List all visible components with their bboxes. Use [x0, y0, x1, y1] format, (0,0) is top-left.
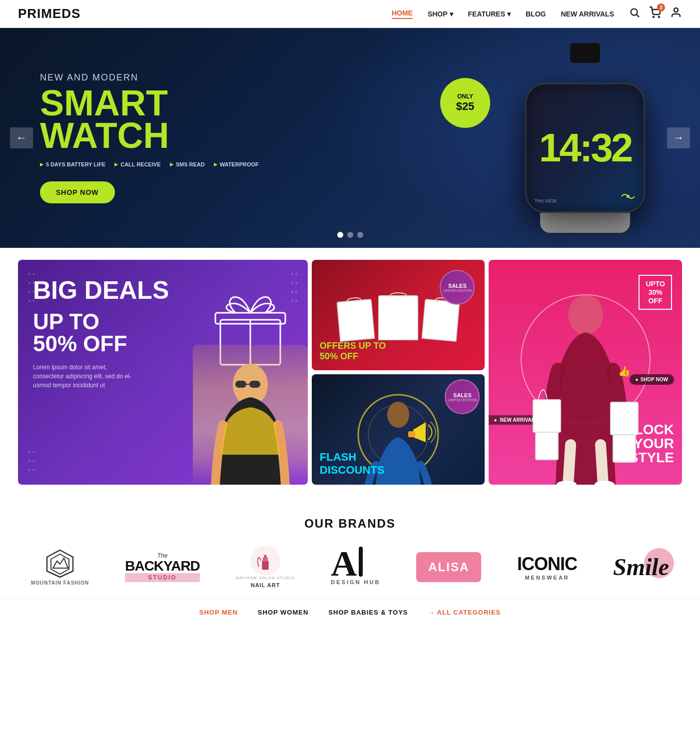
brand-backyard-studio[interactable]: The BACKYARD STUDIO [125, 552, 200, 582]
promo-offers-text: OFFERS UP TO50% OFF [320, 341, 386, 362]
brand-mountain-fashion[interactable]: MOUNTAIN FASHION [31, 548, 89, 586]
nav-shop-men[interactable]: SHOP MEN [199, 609, 238, 616]
svg-point-0 [631, 9, 638, 15]
hero-next-button[interactable]: → [667, 127, 690, 148]
hero-dot-2[interactable] [347, 232, 353, 238]
sales-badge-text-2: SALES [453, 392, 472, 398]
header: PRIMEDS HOME SHOP ▾ FEATURES ▾ BLOG NEW … [0, 0, 700, 28]
watch-time: 14:32 [539, 125, 632, 171]
hero-feature-1: 5 DAYS BATTERY LIFE [40, 161, 105, 167]
brand-alisa[interactable]: ALISA [416, 552, 481, 582]
promo-sales-card[interactable]: SALES LIMITED EDITION OFFERS UP TO50% OF… [312, 260, 485, 370]
hero-prev-button[interactable]: ← [10, 127, 33, 148]
hero-content: NEW AND MODERN SMART WATCH 5 DAYS BATTER… [40, 72, 280, 204]
nav-icons: 3 [629, 6, 682, 21]
brand-mountain-name: MOUNTAIN FASHION [31, 580, 89, 586]
svg-point-3 [659, 16, 660, 17]
brand-iconic-menswear[interactable]: Iconic MENSWEAR [517, 554, 577, 581]
svg-rect-23 [613, 435, 636, 462]
brand-smile-logo: Smile [613, 553, 669, 581]
hero-feature-2: CALL RECEIVE [114, 161, 160, 167]
brand-nailart-name: NAIL ART [236, 582, 295, 588]
svg-rect-16 [408, 431, 415, 437]
hero-price-amount: $25 [456, 100, 475, 113]
hero-feature-4: WATERPROOF [214, 161, 259, 167]
sales-badge-sub-2: LIMITED EDITION [448, 398, 477, 402]
brand-alisa-logo: ALISA [416, 552, 481, 582]
brand-alisa-name: ALISA [428, 560, 469, 574]
nav-blog[interactable]: BLOG [526, 10, 546, 18]
hero-dot-3[interactable] [357, 232, 363, 238]
cart-button[interactable]: 3 [649, 6, 661, 21]
logo[interactable]: PRIMEDS [18, 6, 80, 21]
svg-rect-10 [235, 381, 246, 388]
main-nav: HOME SHOP ▾ FEATURES ▾ BLOG NEW ARRIVALS [392, 9, 614, 19]
brand-designhub-logo: A DESIGN HUB [331, 549, 380, 585]
promo-flash-text: FLASHDISCOUNTS [320, 451, 385, 477]
svg-rect-29 [264, 555, 267, 558]
nav-home[interactable]: HOME [392, 9, 413, 19]
promo-left-card[interactable]: + ++ ++ ++ + + ++ ++ ++ + BIG DEALS [18, 260, 308, 485]
hero-price-badge: ONLY $25 [440, 78, 490, 128]
svg-rect-11 [249, 381, 260, 388]
sales-badge-1: SALES LIMITED EDITION [440, 270, 475, 305]
svg-rect-22 [611, 402, 638, 435]
brands-section: OUR BRANDS MOUNTAIN FASHION The BACKYARD… [0, 497, 700, 598]
promo-flash-card[interactable]: SALES LIMITED EDITION FLASHDISCOUNTS [312, 374, 485, 485]
nav-shop-babies[interactable]: SHOP BABIES & TOYS [328, 609, 408, 616]
hero-banner: ← NEW AND MODERN SMART WATCH 5 DAYS BATT… [0, 28, 700, 248]
svg-text:👍: 👍 [618, 365, 631, 377]
svg-point-17 [568, 295, 603, 335]
hero-shop-now-button[interactable]: SHOP NOW [40, 181, 115, 203]
hero-dot-1[interactable] [337, 232, 343, 238]
svg-line-1 [637, 14, 639, 17]
sales-badge-2: SALES LIMITED EDITION [445, 379, 480, 414]
bottom-nav: SHOP MEN SHOP WOMEN SHOP BABIES & TOYS →… [0, 598, 700, 626]
nav-new-arrivals[interactable]: NEW ARRIVALS [561, 10, 614, 18]
sales-badge-sub-1: LIMITED EDITION [443, 289, 472, 292]
hero-price-only: ONLY [457, 93, 473, 100]
svg-point-2 [653, 16, 654, 17]
chevron-down-icon: ▾ [507, 10, 511, 18]
nav-all-categories[interactable]: → ALL CATEGORIES [428, 609, 501, 616]
cart-badge: 3 [657, 3, 665, 11]
brand-backyard-logo: The BACKYARD STUDIO [125, 552, 200, 582]
brand-smile[interactable]: Smile [613, 553, 669, 581]
brand-design-hub[interactable]: A DESIGN HUB [331, 549, 380, 585]
brand-nail-art[interactable]: MACHINE SALON STUDIO NAIL ART [236, 546, 295, 588]
nav-features[interactable]: FEATURES ▾ [468, 10, 511, 18]
promo-card-1-content: OFFERS UP TO50% OFF [320, 341, 386, 362]
hero-title: SMART WATCH [40, 87, 280, 152]
sales-badge-text-1: SALES [448, 283, 467, 289]
hero-feature-3: SMS READ [170, 161, 205, 167]
promo-card-2-content: FLASHDISCOUNTS [320, 451, 385, 477]
nav-shop-women[interactable]: SHOP WOMEN [258, 609, 309, 616]
brands-grid: MOUNTAIN FASHION The BACKYARD STUDIO [18, 546, 682, 588]
svg-rect-20 [533, 400, 561, 432]
hero-features: 5 DAYS BATTERY LIFE CALL RECEIVE SMS REA… [40, 161, 280, 167]
svg-point-4 [674, 8, 678, 12]
hero-dots [337, 232, 363, 238]
mountain-logo [45, 548, 75, 578]
brand-iconic-logo: Iconic MENSWEAR [517, 554, 577, 581]
nav-shop[interactable]: SHOP ▾ [428, 10, 453, 18]
promo-middle-cards: SALES LIMITED EDITION OFFERS UP TO50% OF… [312, 260, 485, 485]
promo-right-card[interactable]: UPTO30%OFF [489, 260, 682, 485]
search-button[interactable] [629, 7, 640, 20]
svg-point-5 [627, 195, 630, 198]
svg-point-15 [387, 402, 409, 428]
account-button[interactable] [670, 6, 682, 21]
brands-title: OUR BRANDS [18, 517, 682, 531]
hero-subtitle: NEW AND MODERN [40, 72, 280, 83]
chevron-down-icon: ▾ [450, 10, 453, 18]
brand-nailart-logo: MACHINE SALON STUDIO NAIL ART [236, 546, 295, 588]
promo-section: + ++ ++ ++ + + ++ ++ ++ + BIG DEALS [0, 248, 700, 497]
svg-rect-27 [262, 561, 268, 570]
hero-watch-display: 14:32 THU 02/26 [500, 43, 670, 233]
svg-rect-21 [536, 432, 558, 460]
promo-description: Lorem ipsum dolor sit amet, consectetur … [33, 363, 133, 390]
